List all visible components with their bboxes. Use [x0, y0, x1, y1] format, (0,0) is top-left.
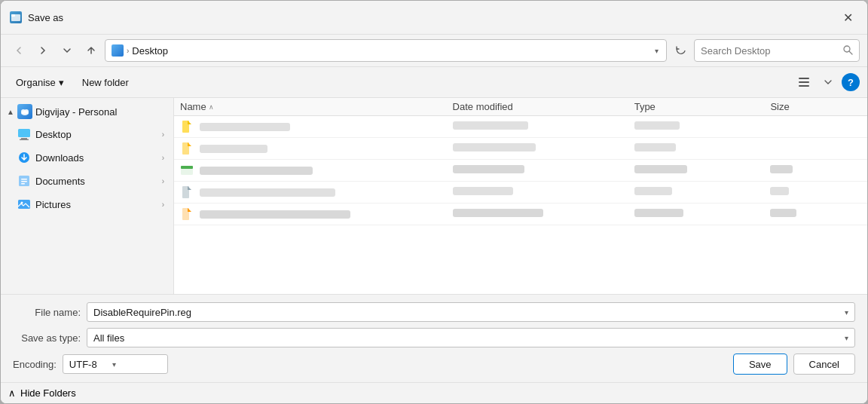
svg-rect-17 — [21, 183, 25, 185]
pictures-label: Pictures — [35, 199, 157, 210]
view-more-button[interactable] — [818, 72, 839, 93]
toolbar-right: ? — [793, 72, 860, 93]
column-type[interactable]: Type — [634, 101, 771, 112]
new-folder-label: New folder — [82, 77, 129, 88]
desktop-arrow-icon: › — [162, 130, 164, 139]
table-row[interactable] — [174, 138, 867, 160]
documents-icon — [17, 174, 31, 188]
svg-rect-5 — [799, 81, 809, 83]
search-icon — [842, 44, 853, 57]
svg-rect-15 — [21, 179, 27, 180]
group-cloud-icon — [17, 104, 32, 119]
file-date-cell — [453, 121, 634, 132]
sidebar-item-downloads[interactable]: Downloads › — [11, 146, 170, 169]
address-bar[interactable]: › Desktop ▾ — [105, 39, 667, 62]
table-row[interactable] — [174, 182, 867, 204]
documents-label: Documents — [35, 176, 157, 187]
cancel-button[interactable]: Cancel — [793, 354, 855, 375]
hide-folders-label: Hide Folders — [20, 387, 76, 399]
file-list[interactable]: Name ∧ Date modified Type Size — [174, 98, 867, 294]
file-name-cell — [180, 120, 453, 133]
encoding-value: UTF-8 — [69, 359, 97, 370]
filename-input[interactable] — [93, 307, 842, 318]
organise-dropdown-icon: ▾ — [59, 77, 64, 88]
filetype-row: Save as type: All files ▾ — [13, 328, 855, 347]
sidebar-group-header[interactable]: ▲ Digvijay - Personal — [1, 98, 173, 122]
file-name-cell — [180, 185, 453, 199]
svg-rect-10 — [18, 129, 30, 137]
new-folder-button[interactable]: New folder — [75, 74, 136, 91]
file-type-cell — [634, 143, 771, 154]
filetype-value: All files — [93, 332, 124, 344]
save-button[interactable]: Save — [733, 354, 787, 375]
filename-input-container[interactable]: ▾ — [87, 302, 855, 322]
file-list-header: Name ∧ Date modified Type Size — [174, 98, 867, 116]
svg-rect-16 — [21, 181, 27, 182]
downloads-arrow-icon: › — [162, 154, 164, 162]
desktop-label: Desktop — [35, 129, 157, 140]
filetype-select[interactable]: All files ▾ — [87, 328, 855, 347]
help-button[interactable]: ? — [842, 73, 860, 91]
encoding-select[interactable]: UTF-8 ▾ — [63, 354, 168, 374]
svg-rect-23 — [181, 166, 193, 169]
action-row: Encoding: UTF-8 ▾ Save Cancel — [13, 354, 855, 375]
encoding-dropdown-icon: ▾ — [112, 360, 116, 369]
column-name[interactable]: Name ∧ — [180, 101, 453, 112]
forward-button[interactable] — [32, 40, 53, 61]
pictures-icon — [17, 197, 31, 211]
file-date-cell — [453, 143, 634, 154]
file-type-cell — [634, 209, 771, 219]
file-name-cell — [180, 207, 453, 221]
column-size[interactable]: Size — [770, 101, 861, 112]
documents-arrow-icon: › — [162, 177, 164, 185]
search-input[interactable] — [701, 45, 838, 57]
back-button[interactable] — [8, 40, 29, 61]
quick-access-items: Desktop › Downloads › Documents › — [1, 123, 173, 216]
sort-indicator: ∧ — [209, 103, 214, 111]
address-separator: › — [127, 47, 129, 55]
file-date-cell — [453, 187, 634, 197]
search-bar[interactable] — [694, 39, 860, 62]
svg-rect-4 — [799, 78, 809, 79]
svg-point-9 — [24, 109, 29, 114]
encoding-group: Encoding: UTF-8 ▾ — [13, 354, 168, 374]
navbar: › Desktop ▾ — [1, 35, 867, 67]
address-folder-icon — [112, 44, 124, 57]
pictures-arrow-icon: › — [162, 200, 164, 209]
table-row[interactable] — [174, 160, 867, 182]
filename-row: File name: ▾ — [13, 302, 855, 322]
sidebar-item-documents[interactable]: Documents › — [11, 170, 170, 192]
dialog-title: Save as — [28, 12, 63, 23]
file-type-cell — [634, 121, 771, 132]
filetype-label: Save as type: — [13, 332, 81, 344]
filename-label: File name: — [13, 307, 81, 318]
main-area: ▲ Digvijay - Personal Desktop › — [1, 98, 867, 294]
organise-button[interactable]: Organise ▾ — [8, 74, 72, 91]
organise-label: Organise — [16, 77, 56, 88]
save-as-dialog: Save as ✕ › Desktop ▾ — [0, 0, 868, 404]
sidebar-item-desktop[interactable]: Desktop › — [11, 123, 170, 145]
table-row[interactable] — [174, 116, 867, 138]
address-path: Desktop — [132, 45, 650, 57]
svg-line-3 — [849, 51, 852, 54]
bottom-area: File name: ▾ Save as type: All files ▾ E… — [1, 294, 867, 382]
up-button[interactable] — [81, 40, 102, 61]
file-type-cell — [634, 165, 771, 176]
svg-rect-1 — [11, 14, 15, 17]
sidebar-group-label: Digvijay - Personal — [35, 106, 117, 118]
table-row[interactable] — [174, 204, 867, 225]
hide-folders-bar[interactable]: ∧ Hide Folders — [1, 382, 867, 403]
file-size-cell — [770, 165, 861, 176]
toolbar: Organise ▾ New folder ? — [1, 67, 867, 98]
recent-locations-button[interactable] — [57, 40, 78, 61]
sidebar-item-pictures[interactable]: Pictures › — [11, 193, 170, 216]
file-name-cell — [180, 164, 453, 177]
address-dropdown-button[interactable]: ▾ — [653, 45, 660, 57]
downloads-icon — [17, 151, 31, 164]
refresh-button[interactable] — [670, 40, 691, 61]
close-button[interactable]: ✕ — [837, 7, 858, 28]
file-size-cell — [770, 209, 861, 219]
column-date-modified[interactable]: Date modified — [453, 101, 634, 112]
filename-dropdown-icon[interactable]: ▾ — [845, 308, 848, 317]
view-list-button[interactable] — [793, 72, 815, 93]
